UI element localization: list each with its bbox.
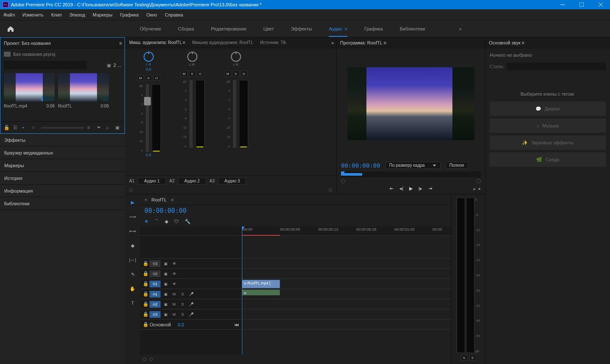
solo-toggle[interactable]: S <box>179 301 186 307</box>
icon-view-button[interactable]: ▪ <box>22 125 28 131</box>
mute-toggle[interactable]: M <box>171 291 177 297</box>
hand-tool[interactable]: ✋ <box>129 285 136 292</box>
shield-toggle[interactable]: 🛡 <box>174 219 179 224</box>
new-bin-button[interactable]: ▣ <box>115 125 121 131</box>
step-forward-button[interactable]: |▸ <box>419 186 422 191</box>
workspace-learn[interactable]: Обучение <box>140 20 161 37</box>
bin-icon[interactable]: ▣ <box>107 63 111 68</box>
track-label[interactable]: V3 <box>150 260 161 267</box>
selection-tool[interactable]: ▶ <box>129 199 136 206</box>
play-button[interactable]: ▶ <box>409 186 413 191</box>
mute-toggle[interactable]: M <box>171 312 177 317</box>
volume-fader[interactable] <box>233 80 236 148</box>
lock-icon[interactable]: 🔒 <box>143 291 148 297</box>
track-label[interactable]: A1 <box>150 291 161 298</box>
menu-help[interactable]: Справка <box>165 12 183 17</box>
tab-track-mixer[interactable]: Микшер аудиодорожек: RoofTL <box>192 40 253 45</box>
track-label[interactable]: V1 <box>150 281 161 287</box>
toggle-output-icon[interactable]: ▣ <box>162 312 169 317</box>
bin-item[interactable]: RoofTL 0:06 <box>58 73 109 119</box>
sequence-menu-icon[interactable]: ≡ <box>171 197 174 202</box>
track-header-a3[interactable]: 🔒A3▣MS🎤 <box>140 309 241 320</box>
slip-tool[interactable]: |↔| <box>129 256 136 264</box>
zoom-slider[interactable] <box>41 127 84 129</box>
close-button[interactable] <box>591 0 610 9</box>
marker-toggle[interactable]: ◆ <box>165 219 168 224</box>
panel-effects[interactable]: Эффекты <box>0 134 125 146</box>
mute-button[interactable]: M <box>181 71 188 77</box>
collapse-icon[interactable]: ⏮ <box>234 322 239 327</box>
menu-edit[interactable]: Изменить <box>22 12 44 17</box>
menu-clip[interactable]: Клип <box>51 12 62 17</box>
voice-icon[interactable]: 🎤 <box>188 301 194 307</box>
voice-icon[interactable]: 🎤 <box>188 291 194 297</box>
record-button[interactable]: O <box>153 75 160 81</box>
tab-source[interactable]: Источник: Tlk <box>260 40 286 45</box>
type-tool[interactable]: T <box>129 299 136 307</box>
sort-button[interactable]: ≡ <box>87 125 93 131</box>
eye-icon[interactable]: 👁 <box>171 271 177 277</box>
workspace-graphics[interactable]: Графика <box>364 20 383 37</box>
lock-icon[interactable]: 🔒 <box>143 312 148 317</box>
voice-icon[interactable]: 🎤 <box>188 312 194 317</box>
solo-toggle[interactable]: S <box>179 291 186 297</box>
style-dropdown[interactable] <box>507 63 606 70</box>
audio-clip[interactable]: fx <box>242 290 280 295</box>
track-header-v1[interactable]: 🔒V1▣👁 <box>140 279 241 289</box>
find-button[interactable]: ⌕ <box>106 125 112 131</box>
solo-left[interactable]: S <box>461 355 468 361</box>
workspace-overflow[interactable]: » <box>459 26 461 31</box>
solo-button[interactable]: S <box>189 71 196 77</box>
panel-markers[interactable]: Маркеры <box>0 159 125 172</box>
workspace-editing[interactable]: Редактирование <box>211 20 247 37</box>
step-back-button[interactable]: ◂| <box>399 186 403 191</box>
track-lane-v3[interactable] <box>242 259 451 269</box>
minimize-button[interactable] <box>553 0 572 9</box>
zoom-handle[interactable] <box>143 358 146 361</box>
scroll-handle[interactable] <box>329 188 332 192</box>
assign-sfx-button[interactable]: ✨Звуковые эффекты <box>490 135 606 150</box>
scroll-handle[interactable] <box>129 188 133 192</box>
workspace-libraries[interactable]: Библиотеки <box>400 20 425 37</box>
pan-knob[interactable] <box>187 52 197 62</box>
record-button[interactable]: O <box>241 71 247 77</box>
track-header-v2[interactable]: 🔒V2▣👁 <box>140 269 241 279</box>
writable-toggle[interactable]: 🔓 <box>4 125 10 131</box>
assign-music-button[interactable]: ♪Музыка <box>490 119 606 133</box>
transport-overflow[interactable]: » <box>473 186 475 191</box>
freeform-view-button[interactable]: ○ <box>32 125 38 131</box>
track-name-button[interactable]: Аудио 2 <box>178 177 206 185</box>
solo-button[interactable]: S <box>145 75 152 81</box>
toggle-output-icon[interactable]: ▣ <box>162 261 169 267</box>
automate-button[interactable]: ⏷ <box>97 125 103 131</box>
menu-graphics[interactable]: Графика <box>120 12 139 17</box>
snap-toggle[interactable]: ❄ <box>144 219 148 224</box>
track-label[interactable]: V2 <box>150 270 161 277</box>
project-search-input[interactable] <box>4 61 86 69</box>
timeline-tracks[interactable]: :00:00 00:00:00:06 00:00:00:12 00:00:00:… <box>242 226 451 355</box>
video-clip[interactable]: fx RoofTL.mp4 [ <box>242 280 280 288</box>
playhead[interactable] <box>242 226 242 355</box>
track-header-a1[interactable]: 🔒A1▣MS🎤 <box>140 289 241 299</box>
lock-icon[interactable]: 🔒 <box>143 271 148 276</box>
track-header-a2[interactable]: 🔒A2▣MS🎤 <box>140 299 241 309</box>
toggle-output-icon[interactable]: ▣ <box>162 271 169 277</box>
assign-ambience-button[interactable]: 🌿Среда <box>490 152 606 167</box>
add-button[interactable]: + <box>478 186 481 191</box>
mixer-overflow[interactable]: » <box>331 40 334 45</box>
panel-history[interactable]: История <box>0 172 125 185</box>
workspace-audio[interactable]: Аудио≡ <box>329 20 347 37</box>
eye-icon[interactable]: 👁 <box>171 281 177 287</box>
workspace-assembly[interactable]: Сборка <box>178 20 194 37</box>
toggle-output-icon[interactable]: ▣ <box>162 281 169 287</box>
razor-tool[interactable]: ◆ <box>129 242 136 249</box>
track-lane-v2[interactable] <box>242 269 451 279</box>
maximize-button[interactable] <box>572 0 591 9</box>
track-name-button[interactable]: Аудио 3 <box>218 177 247 185</box>
wrench-settings[interactable]: 🔧 <box>185 219 191 224</box>
track-header-master[interactable]: 🔒Основной0,0⏮ <box>140 320 241 330</box>
toggle-output-icon[interactable]: ▣ <box>162 291 169 297</box>
track-lane-a2[interactable] <box>242 299 451 309</box>
track-name-button[interactable]: Аудио 1 <box>138 177 166 185</box>
mark-out-button[interactable]: ⇥ <box>428 186 432 191</box>
